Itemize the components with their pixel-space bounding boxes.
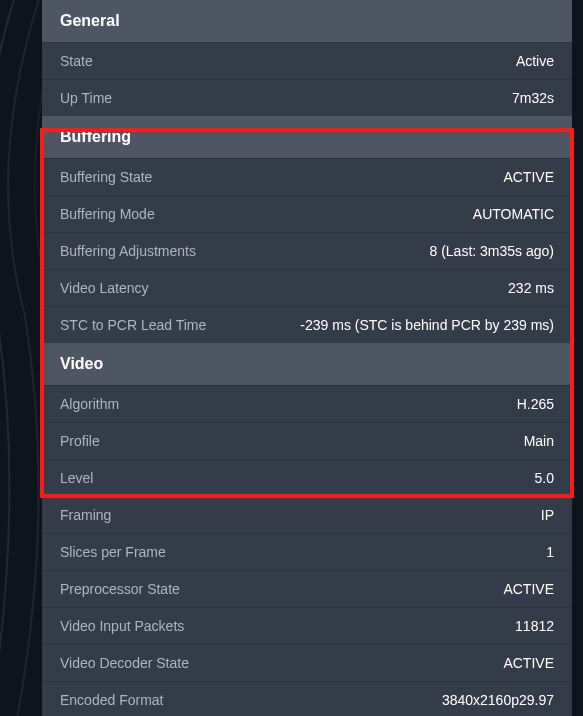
- label-video-decoder-state: Video Decoder State: [60, 655, 189, 671]
- value-uptime: 7m32s: [512, 90, 554, 106]
- row-uptime: Up Time 7m32s: [42, 79, 572, 116]
- row-framing: Framing IP: [42, 496, 572, 533]
- label-stc-pcr: STC to PCR Lead Time: [60, 317, 206, 333]
- section-header-general: General: [42, 0, 572, 42]
- value-profile: Main: [524, 433, 554, 449]
- value-video-decoder-state: ACTIVE: [503, 655, 554, 671]
- label-encoded-format: Encoded Format: [60, 692, 164, 708]
- value-buffering-adjustments: 8 (Last: 3m35s ago): [429, 243, 554, 259]
- value-slices: 1: [546, 544, 554, 560]
- value-framing: IP: [541, 507, 554, 523]
- label-profile: Profile: [60, 433, 100, 449]
- value-encoded-format: 3840x2160p29.97: [442, 692, 554, 708]
- row-video-latency: Video Latency 232 ms: [42, 269, 572, 306]
- row-level: Level 5.0: [42, 459, 572, 496]
- section-header-buffering: Buffering: [42, 116, 572, 158]
- label-uptime: Up Time: [60, 90, 112, 106]
- label-state: State: [60, 53, 93, 69]
- label-algorithm: Algorithm: [60, 396, 119, 412]
- value-stc-pcr: -239 ms (STC is behind PCR by 239 ms): [300, 317, 554, 333]
- row-preprocessor-state: Preprocessor State ACTIVE: [42, 570, 572, 607]
- row-encoded-format: Encoded Format 3840x2160p29.97: [42, 681, 572, 716]
- label-framing: Framing: [60, 507, 111, 523]
- value-buffering-state: ACTIVE: [503, 169, 554, 185]
- value-video-input-packets: 11812: [515, 618, 554, 634]
- section-header-video: Video: [42, 343, 572, 385]
- label-level: Level: [60, 470, 93, 486]
- row-stc-pcr: STC to PCR Lead Time -239 ms (STC is beh…: [42, 306, 572, 343]
- row-algorithm: Algorithm H.265: [42, 385, 572, 422]
- label-buffering-state: Buffering State: [60, 169, 152, 185]
- row-buffering-mode: Buffering Mode AUTOMATIC: [42, 195, 572, 232]
- label-slices: Slices per Frame: [60, 544, 166, 560]
- row-buffering-state: Buffering State ACTIVE: [42, 158, 572, 195]
- label-buffering-mode: Buffering Mode: [60, 206, 155, 222]
- value-buffering-mode: AUTOMATIC: [473, 206, 554, 222]
- status-panel: General State Active Up Time 7m32s Buffe…: [42, 0, 572, 716]
- label-buffering-adjustments: Buffering Adjustments: [60, 243, 196, 259]
- value-state: Active: [516, 53, 554, 69]
- value-video-latency: 232 ms: [508, 280, 554, 296]
- row-buffering-adjustments: Buffering Adjustments 8 (Last: 3m35s ago…: [42, 232, 572, 269]
- value-algorithm: H.265: [517, 396, 554, 412]
- row-video-decoder-state: Video Decoder State ACTIVE: [42, 644, 572, 681]
- row-video-input-packets: Video Input Packets 11812: [42, 607, 572, 644]
- label-preprocessor-state: Preprocessor State: [60, 581, 180, 597]
- value-preprocessor-state: ACTIVE: [503, 581, 554, 597]
- label-video-latency: Video Latency: [60, 280, 148, 296]
- label-video-input-packets: Video Input Packets: [60, 618, 184, 634]
- row-state: State Active: [42, 42, 572, 79]
- row-profile: Profile Main: [42, 422, 572, 459]
- row-slices: Slices per Frame 1: [42, 533, 572, 570]
- value-level: 5.0: [535, 470, 554, 486]
